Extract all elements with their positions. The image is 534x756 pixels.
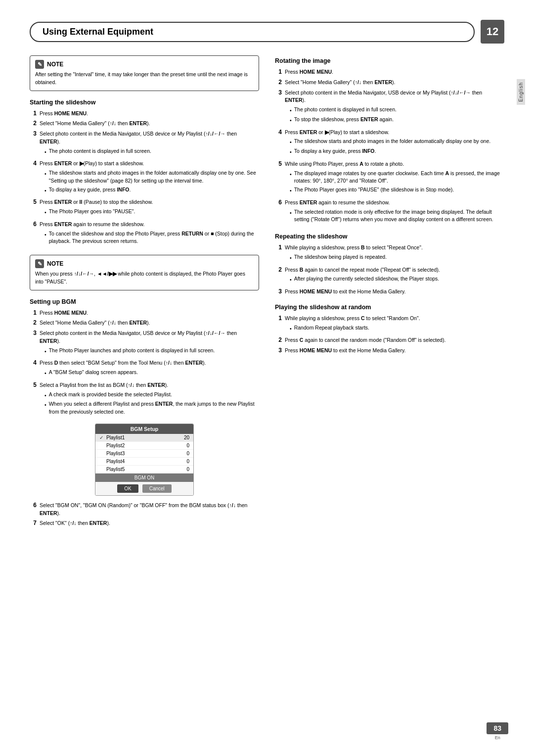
playlist-name: Playlist2 bbox=[106, 443, 179, 448]
bullet-item: •To cancel the slideshow and stop the Ph… bbox=[44, 230, 259, 246]
bgm-cancel-button[interactable]: Cancel bbox=[142, 484, 172, 493]
step-num: 1 bbox=[275, 244, 282, 251]
page-header: Using External Equipment 12 bbox=[30, 20, 504, 44]
starting-slideshow-section: Starting the slideshow 1 Press HOME MENU… bbox=[30, 99, 259, 247]
bullet-item: •Random Repeat playback starts. bbox=[290, 324, 504, 333]
step-content: Press HOME MENU. bbox=[40, 309, 259, 317]
bgm-playlist-row-1[interactable]: ✓ Playlist1 20 bbox=[95, 434, 193, 442]
step-content: Press ENTER or ▶(Play) to start a slides… bbox=[40, 160, 259, 196]
note-header-2: ✎ NOTE bbox=[35, 259, 254, 268]
sub-bullets: •The slideshow being played is repeated. bbox=[290, 253, 504, 262]
note-label-1: NOTE bbox=[47, 61, 63, 68]
bullet-item: •To display a key guide, press INFO. bbox=[44, 186, 259, 195]
step-content: Press ENTER again to resume the slidesho… bbox=[40, 221, 259, 247]
step-num: 4 bbox=[30, 359, 37, 366]
step-num: 3 bbox=[30, 130, 37, 137]
step-num: 5 bbox=[30, 381, 37, 388]
bgm-playlist-row-4[interactable]: Playlist4 0 bbox=[95, 458, 193, 466]
content-columns: ✎ NOTE After setting the "Interval" time… bbox=[30, 55, 504, 535]
step-rotate-1: 1 Press HOME MENU. bbox=[275, 68, 504, 76]
sub-bullets: •The Photo Player goes into "PAUSE". bbox=[44, 208, 259, 217]
note-header-1: ✎ NOTE bbox=[35, 60, 254, 69]
bgm-on-bar: BGM ON bbox=[95, 473, 193, 482]
step-num: 5 bbox=[30, 198, 37, 205]
bgm-ok-button[interactable]: OK bbox=[117, 484, 138, 493]
step-num: 6 bbox=[30, 502, 37, 509]
step-bgm-7: 7 Select "OK" (↑/↓ then ENTER). bbox=[30, 520, 259, 527]
playlist-name: Playlist3 bbox=[106, 451, 179, 456]
step-bgm-5: 5 Select a Playlist from the list as BGM… bbox=[30, 381, 259, 418]
step-content: Select photo content in the Media Naviga… bbox=[40, 130, 259, 157]
sub-bullets: •The photo content is displayed in full … bbox=[44, 147, 259, 156]
note-box-2: ✎ NOTE When you press ↑/↓/←/→, ◄◄/▶▶ whi… bbox=[30, 255, 259, 290]
bullet-item: •The Photo Player launches and photo con… bbox=[44, 347, 259, 356]
sub-bullets: •The photo content is displayed in full … bbox=[290, 106, 504, 125]
page-number-badge: 83 bbox=[487, 722, 508, 734]
step-num: 1 bbox=[30, 309, 37, 316]
page: Using External Equipment 12 English ✎ NO… bbox=[0, 0, 534, 756]
sub-bullets: •The displayed image rotates by one quar… bbox=[290, 170, 504, 195]
step-num: 2 bbox=[30, 319, 37, 326]
note-text-1: After setting the "Interval" time, it ma… bbox=[35, 71, 254, 87]
bullet-item: •A check mark is provided beside the sel… bbox=[44, 391, 259, 400]
bullet-item: •After playing the currently selected sl… bbox=[290, 275, 504, 284]
step-num: 1 bbox=[275, 68, 282, 75]
setting-up-bgm-heading: Setting up BGM bbox=[30, 298, 259, 305]
step-content: While playing a slideshow, press B to se… bbox=[285, 244, 504, 264]
bgm-dialog-buttons: OK Cancel bbox=[95, 482, 193, 495]
playing-random-heading: Playing the slideshow at random bbox=[275, 304, 504, 311]
bgm-playlist-row-5[interactable]: Playlist5 0 bbox=[95, 466, 193, 473]
step-num: 4 bbox=[275, 129, 282, 136]
step-content: Press HOME MENU. bbox=[285, 68, 504, 76]
step-start-2: 2 Select "Home Media Gallery" (↑/↓ then … bbox=[30, 120, 259, 128]
step-num: 3 bbox=[275, 347, 282, 354]
bullet-item: •The selected rotation mode is only effe… bbox=[290, 208, 504, 224]
step-content: Press ENTER or ▶(Play) to start a slides… bbox=[285, 129, 504, 158]
sub-bullets: •The slideshow starts and photo images i… bbox=[290, 138, 504, 156]
sub-bullets: •After playing the currently selected sl… bbox=[290, 275, 504, 284]
step-start-5: 5 Press ENTER or II (Pause) to stop the … bbox=[30, 198, 259, 218]
bullet-item: •When you select a different Playlist an… bbox=[44, 400, 259, 416]
step-repeat-3: 3 Press HOME MENU to exit the Home Media… bbox=[275, 288, 504, 296]
step-start-3: 3 Select photo content in the Media Navi… bbox=[30, 130, 259, 157]
sub-bullets: •The slideshow starts and photo images i… bbox=[44, 169, 259, 194]
bullet-item: •To display a key guide, press INFO. bbox=[290, 147, 504, 156]
bgm-playlist-row-3[interactable]: Playlist3 0 bbox=[95, 450, 193, 458]
step-num: 3 bbox=[275, 89, 282, 96]
step-num: 2 bbox=[275, 336, 282, 343]
step-rotate-5: 5 While using Photo Player, press A to r… bbox=[275, 160, 504, 196]
step-content: Press HOME MENU to exit the Home Media G… bbox=[285, 288, 504, 296]
step-num: 3 bbox=[275, 288, 282, 295]
rotating-image-section: Rotating the image 1 Press HOME MENU. 2 … bbox=[275, 57, 504, 225]
note-label-2: NOTE bbox=[47, 260, 63, 267]
step-num: 2 bbox=[275, 79, 282, 86]
sub-bullets: •Random Repeat playback starts. bbox=[290, 324, 504, 333]
step-bgm-2: 2 Select "Home Media Gallery" (↑/↓ then … bbox=[30, 319, 259, 327]
step-rotate-6: 6 Press ENTER again to resume the slides… bbox=[275, 199, 504, 225]
bullet-item: •The slideshow starts and photo images i… bbox=[290, 138, 504, 146]
step-content: While playing a slideshow, press C to se… bbox=[285, 315, 504, 334]
step-content: Select photo content in the Media Naviga… bbox=[40, 330, 259, 357]
page-lang-suffix: En bbox=[495, 735, 500, 740]
bgm-playlist-row-2[interactable]: Playlist2 0 bbox=[95, 442, 193, 450]
step-num: 6 bbox=[275, 199, 282, 206]
step-rotate-4: 4 Press ENTER or ▶(Play) to start a slid… bbox=[275, 129, 504, 158]
sub-bullets: •The Photo Player launches and photo con… bbox=[44, 347, 259, 356]
step-rotate-2: 2 Select "Home Media Gallery" (↑/↓ then … bbox=[275, 79, 504, 87]
playlist-count: 0 bbox=[179, 467, 189, 472]
page-number-box: 83 En bbox=[487, 722, 508, 740]
step-rotate-3: 3 Select photo content in the Media Navi… bbox=[275, 89, 504, 126]
step-content: Press B again to cancel the repeat mode … bbox=[285, 266, 504, 286]
note-icon-2: ✎ bbox=[35, 259, 44, 268]
playlist-count: 0 bbox=[179, 443, 189, 448]
playing-random-section: Playing the slideshow at random 1 While … bbox=[275, 304, 504, 355]
playlist-name: Playlist4 bbox=[106, 459, 179, 464]
step-bgm-6: 6 Select "BGM ON", "BGM ON (Random)" or … bbox=[30, 502, 259, 518]
starting-slideshow-heading: Starting the slideshow bbox=[30, 99, 259, 106]
step-start-1: 1 Press HOME MENU. bbox=[30, 110, 259, 118]
step-repeat-2: 2 Press B again to cancel the repeat mod… bbox=[275, 266, 504, 286]
bullet-item: •The Photo Player goes into "PAUSE". bbox=[44, 208, 259, 217]
sidebar-language: English bbox=[517, 79, 525, 105]
step-content: Select "Home Media Gallery" (↑/↓ then EN… bbox=[285, 79, 504, 87]
bullet-item: •The Photo Player goes into "PAUSE" (the… bbox=[290, 186, 504, 195]
